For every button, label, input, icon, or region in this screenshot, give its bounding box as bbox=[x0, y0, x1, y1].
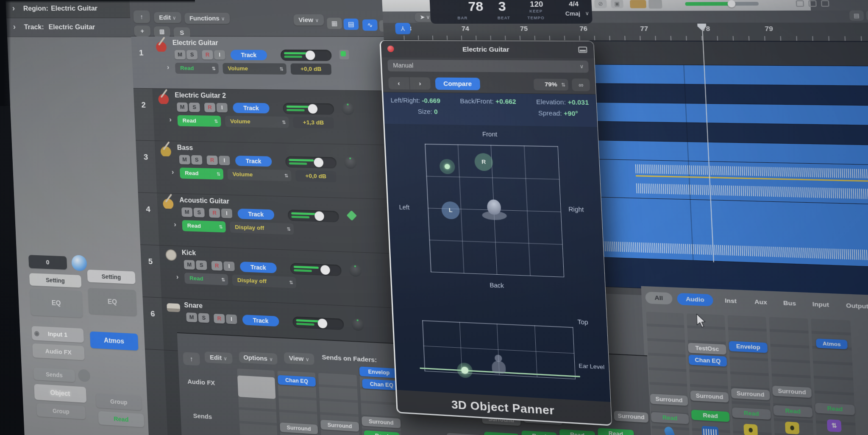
track-row[interactable]: 3 Bass M S R I Track › Read⇅ Volume⇅ +0,… bbox=[136, 141, 391, 200]
filter-inst-tab[interactable]: Inst bbox=[717, 295, 745, 308]
disclosure-icon[interactable]: › bbox=[176, 273, 178, 281]
atmos-plugin-button[interactable]: Atmos bbox=[816, 338, 848, 349]
strip2-group-button[interactable]: Group bbox=[96, 393, 142, 410]
automation-read-button[interactable]: Read bbox=[521, 430, 557, 435]
input-monitor-button[interactable]: I bbox=[219, 156, 230, 165]
mixer-edit-menu[interactable]: Edit ∨ bbox=[204, 351, 232, 364]
size-value[interactable]: 0 bbox=[434, 108, 438, 115]
channel-icon[interactable] bbox=[71, 255, 87, 271]
mute-button[interactable]: M bbox=[181, 207, 192, 217]
track-on-button[interactable]: Track bbox=[240, 262, 277, 273]
filter-input-tab[interactable]: Input bbox=[805, 298, 837, 312]
plugin-titlebar[interactable]: Electric Guitar bbox=[381, 41, 594, 59]
surround-pan[interactable]: Surround bbox=[690, 390, 729, 403]
solo-button[interactable]: S bbox=[193, 208, 205, 218]
scroll-to-playhead-icon[interactable]: ↑ bbox=[133, 11, 150, 23]
mixer-view-menu[interactable]: View ∨ bbox=[284, 352, 314, 365]
fader-knob[interactable] bbox=[314, 158, 323, 167]
sends-on-faders-label[interactable]: Sends on Faders: bbox=[322, 353, 377, 363]
record-enable-button[interactable]: R bbox=[211, 261, 223, 270]
bar-position[interactable]: 78 bbox=[432, 0, 484, 14]
input-puck[interactable] bbox=[439, 159, 455, 174]
compare-button[interactable]: Compare bbox=[435, 78, 480, 90]
track-row[interactable]: 4 Acoustic Guitar M S R I Track › Read⇅ … bbox=[138, 192, 394, 254]
automation-read-button[interactable]: Read bbox=[447, 433, 481, 435]
note-pads-icon[interactable]: ⊞ bbox=[866, 10, 868, 20]
catch-playhead-icon[interactable]: Y bbox=[395, 23, 411, 34]
input-monitor-button[interactable]: I bbox=[221, 209, 233, 218]
automation-mode-button[interactable]: Read⇅ bbox=[180, 167, 224, 179]
window-full-icon[interactable] bbox=[821, 0, 829, 7]
track-header[interactable]: › Track: Electric Guitar bbox=[6, 18, 131, 37]
bf-value[interactable]: +0.662 bbox=[495, 98, 516, 105]
automation-mode-button[interactable]: Read⇅ bbox=[177, 115, 221, 127]
view-menu[interactable]: View ∨ bbox=[293, 14, 324, 26]
mute-button[interactable]: M bbox=[184, 260, 195, 270]
record-enable-button[interactable]: R bbox=[209, 208, 220, 218]
track-on-button[interactable]: Track bbox=[235, 156, 272, 167]
mute-button[interactable]: M bbox=[175, 50, 186, 59]
fader-knob[interactable] bbox=[308, 104, 317, 114]
track-row[interactable]: 2 Electric Guitar 2 M S R I Track › Read… bbox=[134, 89, 389, 145]
track-volume-fader[interactable] bbox=[290, 263, 342, 276]
automation-mode-button[interactable]: Read⇅ bbox=[182, 220, 226, 232]
list-editors-icon[interactable]: ▤ bbox=[849, 11, 864, 21]
automation-value[interactable]: +0,0 dB bbox=[290, 63, 331, 75]
automation-param-button[interactable]: Volume⇅ bbox=[227, 169, 292, 181]
mute-button[interactable]: M bbox=[186, 312, 197, 322]
automation-curve-icon[interactable]: ∿ bbox=[362, 20, 378, 31]
filter-audio-tab[interactable]: Audio bbox=[677, 293, 713, 307]
pan-grid[interactable]: R L bbox=[425, 144, 564, 277]
lcd-display[interactable]: 78 BAR 3 BEAT 120 KEEP TEMPO 4/4 Cmaj ∨ bbox=[430, 0, 593, 24]
track-name[interactable]: Snare bbox=[184, 301, 203, 310]
surround-pan[interactable]: Surround bbox=[731, 388, 770, 400]
plugin-slot[interactable] bbox=[237, 375, 275, 399]
record-enable-button[interactable]: R bbox=[206, 156, 218, 165]
tuner-icon[interactable]: ⊘ bbox=[594, 0, 607, 8]
pan-field[interactable]: Front R L Left Right Back bbox=[384, 124, 606, 315]
track-name[interactable]: Electric Guitar 2 bbox=[175, 92, 226, 100]
output-object-button[interactable]: Object bbox=[34, 384, 86, 403]
object-mode-icon[interactable] bbox=[346, 210, 357, 221]
input-monitor-button[interactable]: I bbox=[223, 261, 235, 271]
testosc-plugin-button[interactable]: TestOsc bbox=[688, 343, 726, 354]
pan-knob[interactable] bbox=[342, 103, 354, 115]
channel-setting-button[interactable]: Setting bbox=[29, 273, 81, 287]
volume-knob[interactable] bbox=[727, 0, 735, 7]
group-button[interactable]: Group bbox=[36, 403, 86, 420]
disclosure-icon[interactable]: › bbox=[174, 220, 176, 229]
window-tile-icon[interactable] bbox=[808, 0, 817, 7]
fader-knob[interactable] bbox=[305, 50, 315, 60]
strip2-automation-button[interactable]: Read bbox=[98, 411, 145, 428]
lr-value[interactable]: -0.669 bbox=[422, 97, 440, 104]
track-name[interactable]: Kick bbox=[181, 249, 196, 257]
track-row[interactable]: 1 Electric Guitar M S R I Track › Read⇅ … bbox=[131, 36, 386, 91]
surround-pan[interactable]: Surround bbox=[614, 411, 648, 423]
filter-all-tab[interactable]: All bbox=[645, 292, 673, 305]
edit-menu[interactable]: Edit ∨ bbox=[154, 12, 181, 23]
disclosure-icon[interactable]: › bbox=[169, 115, 172, 124]
elevation-field[interactable]: Top Ear Level bbox=[393, 306, 610, 402]
pan-knob[interactable] bbox=[351, 318, 364, 331]
preset-dropdown[interactable]: Manual∨ bbox=[387, 60, 589, 73]
chan-eq-plugin-button[interactable]: Chan EQ bbox=[688, 355, 727, 367]
freeze-button[interactable] bbox=[339, 50, 349, 59]
track-name[interactable]: Acoustic Guitar bbox=[179, 196, 229, 205]
strip2-eq-button[interactable]: EQ bbox=[88, 288, 137, 316]
automation-param-button[interactable]: Volume⇅ bbox=[225, 116, 289, 128]
automation-read-button[interactable]: Read bbox=[559, 429, 595, 435]
window-zoom-icon[interactable] bbox=[796, 0, 804, 7]
time-signature[interactable]: 4/4 bbox=[559, 0, 589, 8]
fader-knob[interactable] bbox=[314, 211, 325, 221]
spread-value[interactable]: +90° bbox=[564, 110, 578, 117]
track-on-button[interactable]: Track bbox=[237, 209, 274, 220]
track-list-view-icon[interactable]: ▤ bbox=[343, 19, 359, 30]
track-volume-fader[interactable] bbox=[288, 209, 339, 222]
record-enable-button[interactable]: R bbox=[204, 103, 216, 112]
solo-button[interactable]: S bbox=[198, 313, 210, 323]
filter-output-tab[interactable]: Output bbox=[838, 299, 868, 313]
record-enable-button[interactable]: R bbox=[202, 50, 213, 59]
channel-eq-button[interactable]: EQ bbox=[30, 289, 83, 318]
link-button[interactable]: ∞ bbox=[572, 78, 590, 91]
tempo-value[interactable]: 120 bbox=[519, 0, 554, 9]
